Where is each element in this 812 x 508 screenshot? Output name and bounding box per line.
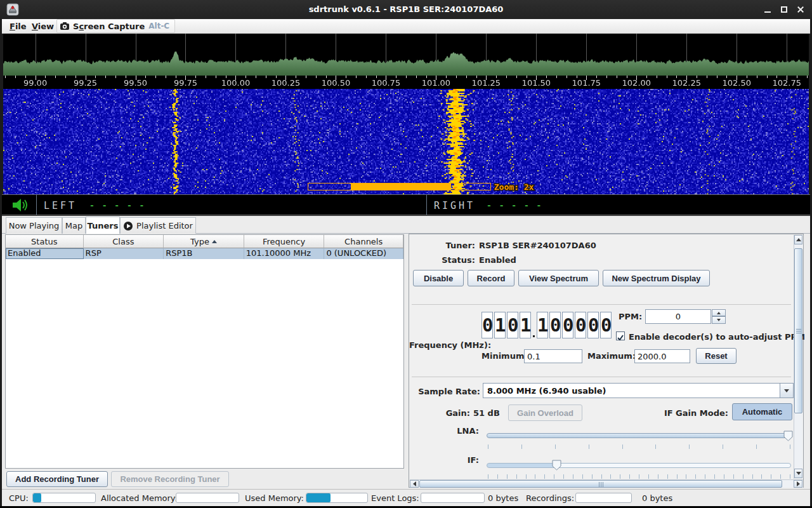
frequency-digit-display[interactable]: 0101100000: [481, 312, 612, 338]
tab-tuners[interactable]: Tuners: [86, 217, 120, 234]
tab-map[interactable]: Map: [62, 217, 86, 234]
remove-recording-tuner-button[interactable]: Remove Recording Tuner: [111, 471, 229, 487]
auto-adjust-ppm-checkbox[interactable]: [616, 331, 625, 340]
horizontal-scrollbar-thumb[interactable]: [419, 480, 782, 488]
tab-now-playing[interactable]: Now Playing: [6, 217, 62, 234]
scroll-up-button[interactable]: [794, 235, 802, 244]
frequency-digit[interactable]: 1: [520, 312, 531, 338]
camera-icon: [60, 22, 70, 30]
tuner-editor-panel: Tuner: RSP1B SER#240107DA60 Status: Enab…: [409, 234, 804, 488]
window-title: sdrtrunk v0.6.1 - RSP1B SER:240107DA60: [0, 4, 812, 14]
disable-button[interactable]: Disable: [413, 270, 464, 286]
recordings-value: 0 bytes: [642, 493, 672, 503]
event-logs-value: 0 bytes: [488, 493, 518, 503]
audio-divider-right: [426, 195, 427, 215]
tuner-value: RSP1B SER#240107DA60: [479, 241, 596, 250]
if-gain-mode-automatic-toggle[interactable]: Automatic: [732, 403, 792, 420]
frequency-digit[interactable]: 0: [549, 312, 561, 338]
cell-class[interactable]: RSP: [84, 248, 164, 259]
gain-label: Gain:: [409, 408, 470, 418]
tuner-status-value: Enabled: [479, 255, 516, 265]
ppm-spinner-up[interactable]: [712, 309, 726, 316]
reset-button[interactable]: Reset: [696, 348, 737, 364]
table-row[interactable]: EnabledRSPRSP1B101.10000 MHz0 (UNLOCKED): [6, 248, 403, 259]
title-bar[interactable]: sdrtrunk v0.6.1 - RSP1B SER:240107DA60: [0, 0, 812, 19]
if-slider-thumb[interactable]: [552, 460, 561, 471]
ppm-label: PPM:: [619, 312, 642, 321]
maximum-label: Maximum:: [587, 351, 636, 361]
window-left-edge: [0, 19, 2, 506]
tab-bar: Now Playing Map Tuners Playlist Editor: [2, 216, 810, 234]
dropdown-arrow-icon: [780, 384, 793, 398]
cell-frequency[interactable]: 101.10000 MHz: [244, 248, 325, 259]
audio-right-value: - - - - -: [487, 201, 542, 210]
add-recording-tuner-button[interactable]: Add Recording Tuner: [6, 471, 108, 487]
allocated-memory-label: Allocated Memory:: [101, 493, 178, 503]
column-header-status[interactable]: Status: [6, 235, 84, 248]
cell-status[interactable]: Enabled: [6, 248, 84, 259]
menu-bar: File View Screen Capture Alt-C: [2, 19, 810, 34]
event-logs-bar: [421, 493, 485, 503]
scroll-right-button[interactable]: [794, 480, 802, 488]
minimize-button[interactable]: [763, 6, 772, 13]
frequency-digit[interactable]: 0: [587, 312, 599, 338]
close-button[interactable]: [796, 6, 805, 13]
maximum-frequency-input[interactable]: [634, 349, 690, 363]
decimal-point: [532, 332, 535, 338]
menu-view[interactable]: View: [32, 19, 54, 33]
used-memory-bar: [306, 493, 368, 503]
menu-file[interactable]: File: [10, 19, 27, 33]
maximize-button[interactable]: [780, 6, 789, 13]
sample-rate-value: 8.000 MHz (6.940 usable): [483, 386, 780, 396]
frequency-label: Frequency (MHz):: [409, 340, 480, 350]
new-spectrum-display-button[interactable]: New Spectrum Display: [603, 270, 710, 286]
ppm-input[interactable]: [645, 309, 711, 324]
lna-slider-thumb[interactable]: [783, 431, 793, 441]
gain-overload-button[interactable]: Gain Overload: [508, 404, 582, 421]
audio-panel: LEFT - - - - - RIGHT - - - - -: [2, 194, 810, 215]
record-button[interactable]: Record: [468, 270, 514, 286]
lna-slider-track[interactable]: [487, 433, 791, 438]
minimum-frequency-input[interactable]: [524, 349, 582, 363]
vertical-scrollbar-thumb[interactable]: [794, 248, 802, 413]
allocated-memory-bar: [176, 493, 239, 503]
if-gain-mode-label: IF Gain Mode:: [657, 408, 728, 418]
frequency-digit[interactable]: 0: [507, 312, 518, 338]
play-circle-icon: [123, 221, 133, 231]
view-spectrum-button[interactable]: View Spectrum: [518, 270, 599, 286]
sample-rate-dropdown[interactable]: 8.000 MHz (6.940 usable): [483, 383, 794, 398]
menu-screen-capture[interactable]: Screen Capture Alt-C: [56, 19, 175, 33]
column-header-type[interactable]: Type: [164, 235, 244, 248]
tab-playlist-editor[interactable]: Playlist Editor: [120, 217, 196, 234]
audio-right-label: RIGHT: [434, 200, 475, 211]
frequency-digit[interactable]: 1: [494, 312, 506, 338]
speaker-icon[interactable]: [11, 198, 29, 212]
column-header-frequency[interactable]: Frequency: [244, 235, 325, 248]
scroll-down-button[interactable]: [794, 469, 802, 478]
column-header-channels[interactable]: Channels: [324, 235, 403, 248]
spectrum-display[interactable]: [3, 34, 809, 89]
audio-left-label: LEFT: [44, 200, 77, 211]
ppm-spinner[interactable]: [712, 309, 726, 324]
if-slider-track[interactable]: [487, 463, 791, 468]
frequency-digit[interactable]: 0: [575, 312, 586, 338]
frequency-digit[interactable]: 0: [481, 312, 493, 338]
ppm-spinner-down[interactable]: [712, 316, 726, 324]
tuner-label: Tuner:: [412, 241, 475, 250]
cell-channels[interactable]: 0 (UNLOCKED): [324, 248, 403, 259]
frequency-digit[interactable]: 0: [562, 312, 573, 338]
frequency-digit[interactable]: 0: [600, 312, 612, 338]
frequency-digit[interactable]: 1: [537, 312, 548, 338]
minimum-label: Minimum:: [481, 351, 528, 361]
horizontal-scrollbar[interactable]: [410, 479, 803, 488]
cpu-label: CPU:: [9, 493, 29, 503]
column-header-class[interactable]: Class: [84, 235, 164, 248]
audio-divider-left: [36, 195, 37, 215]
waterfall-display[interactable]: [3, 89, 809, 194]
scroll-left-button[interactable]: [410, 480, 419, 488]
vertical-scrollbar[interactable]: [794, 235, 802, 479]
menu-screen-capture-shortcut: Alt-C: [148, 22, 169, 30]
audio-left-value: - - - - -: [89, 201, 145, 210]
app-window: sdrtrunk v0.6.1 - RSP1B SER:240107DA60 F…: [0, 0, 812, 508]
cell-type[interactable]: RSP1B: [164, 248, 244, 259]
